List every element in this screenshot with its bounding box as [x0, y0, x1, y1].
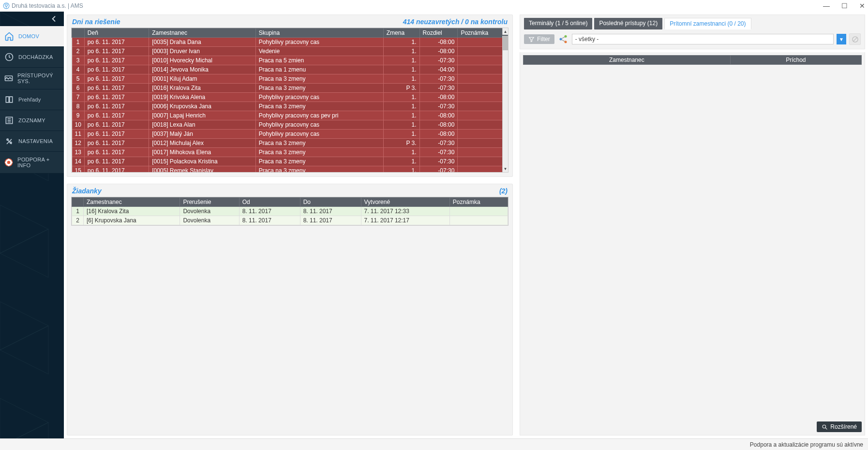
svg-point-11: [559, 38, 562, 41]
svg-point-10: [7, 161, 11, 164]
col-header[interactable]: Do: [300, 198, 361, 207]
table-row[interactable]: 2po 6. 11. 2017[0003] Druver IvanVedenie…: [72, 47, 508, 56]
right-tabs: Terminály (1 / 5 online)Posledné prístup…: [520, 15, 865, 29]
table-row[interactable]: 1[16] Kralova ZitaDovolenka8. 11. 20178.…: [72, 207, 508, 216]
dni-table[interactable]: DeňZamestnanecSkupinaZmenaRozdielPoznámk…: [72, 28, 508, 173]
sidebar-label: PRÍSTUPOVÝ SYS.: [17, 73, 60, 84]
col-header[interactable]: Prerušenie: [180, 198, 239, 207]
svg-line-17: [853, 37, 857, 42]
home-icon: [4, 31, 15, 42]
table-row[interactable]: 1po 6. 11. 2017[0035] Draha DanaPohybliv…: [72, 38, 508, 47]
svg-point-12: [564, 35, 567, 38]
col-header[interactable]: Príchod: [730, 56, 861, 65]
sidebar-item-clock[interactable]: DOCHÁDZKA: [0, 47, 64, 68]
window-maximize[interactable]: ☐: [841, 2, 848, 10]
clear-button[interactable]: [849, 33, 861, 45]
svg-point-18: [823, 425, 826, 428]
table-row[interactable]: 6po 6. 11. 2017[0016] Kralova ZitaPraca …: [72, 84, 508, 93]
app-icon: [3, 2, 10, 9]
magnify-icon: [822, 424, 828, 430]
scrollbar[interactable]: [502, 36, 508, 172]
col-header[interactable]: Poznámka: [449, 198, 508, 207]
expand-button[interactable]: Rozšírené: [817, 421, 862, 432]
sidebar-label: DOCHÁDZKA: [18, 54, 53, 60]
svg-line-19: [825, 428, 827, 429]
access-icon: [4, 73, 14, 84]
table-row[interactable]: 5po 6. 11. 2017[0001] Kiluj AdamPraca na…: [72, 74, 508, 84]
window-close[interactable]: ✕: [859, 2, 865, 10]
tab[interactable]: Posledné prístupy (12): [594, 18, 662, 29]
table-row[interactable]: 9po 6. 11. 2017[0007] Lapaj HenrichPohyb…: [72, 111, 508, 120]
col-header[interactable]: Rozdiel: [419, 29, 458, 38]
reports-icon: [4, 94, 15, 105]
table-row[interactable]: 3po 6. 11. 2017[0010] Hvorecky MichalPra…: [72, 56, 508, 65]
filter-icon: [528, 36, 535, 43]
table-row[interactable]: 10po 6. 11. 2017[0018] Lexa AlanPohybliv…: [72, 120, 508, 130]
ziad-title: Žiadanky: [72, 187, 102, 195]
sidebar-collapse[interactable]: [0, 12, 64, 26]
filter-button[interactable]: Filter: [524, 34, 554, 44]
dni-title: Dni na riešenie: [72, 18, 120, 26]
settings-icon: [4, 136, 15, 146]
sidebar-label: ZOZNAMY: [18, 117, 45, 123]
col-header[interactable]: Zamestnanec: [149, 29, 256, 38]
col-header[interactable]: Vytvorené: [361, 198, 449, 207]
table-row[interactable]: 13po 6. 11. 2017[0017] Mihokova ElenaPra…: [72, 148, 508, 157]
sidebar-item-lists[interactable]: ZOZNAMY: [0, 110, 64, 131]
table-row[interactable]: 4po 6. 11. 2017[0014] Jevova MonikaPraca…: [72, 65, 508, 74]
panel-dni: Dni na riešenie 414 neuzavretých / 0 na …: [67, 15, 513, 177]
sidebar-label: NASTAVENIA: [18, 138, 53, 144]
clock-icon: [4, 52, 15, 62]
statusbar: Podpora a aktualizácie programu sú aktív…: [0, 438, 868, 450]
svg-line-15: [562, 40, 565, 41]
col-header[interactable]: Zamestnanec: [84, 198, 180, 207]
sidebar-item-reports[interactable]: Prehľady: [0, 89, 64, 110]
filter-select[interactable]: - všetky -: [572, 34, 834, 44]
col-header[interactable]: Zmena: [383, 29, 419, 38]
status-text: Podpora a aktualizácie programu sú aktív…: [750, 441, 863, 448]
filter-bar: Filter - všetky - ▼: [520, 29, 865, 49]
window-title: Druhá testovacia a.s. | AMS: [12, 2, 83, 9]
table-row[interactable]: 12po 6. 11. 2017[0012] Michulaj AlexPrac…: [72, 139, 508, 148]
ziad-table[interactable]: ZamestnanecPrerušenieOdDoVytvorenéPoznám…: [72, 197, 508, 225]
window-minimize[interactable]: —: [823, 2, 830, 10]
sidebar-item-support[interactable]: PODPORA + INFO: [0, 152, 64, 174]
col-header[interactable]: Od: [239, 198, 300, 207]
share-icon[interactable]: [557, 33, 569, 45]
titlebar: Druhá testovacia a.s. | AMS — ☐ ✕: [0, 0, 868, 12]
sidebar-label: PODPORA + INFO: [17, 157, 60, 168]
scroll-up[interactable]: ▲: [502, 28, 508, 35]
col-header[interactable]: Poznámka: [458, 29, 508, 38]
table-row[interactable]: 15po 6. 11. 2017[0005] Remek StanislavPr…: [72, 166, 508, 173]
col-header[interactable]: Skupina: [255, 29, 383, 38]
select-dropdown[interactable]: ▼: [837, 34, 846, 44]
table-row[interactable]: 8po 6. 11. 2017[0006] Krupovska JanaPrac…: [72, 102, 508, 111]
lists-icon: [4, 115, 15, 126]
table-row[interactable]: 7po 6. 11. 2017[0019] Krivoka AlenaPohyb…: [72, 93, 508, 102]
scroll-down[interactable]: ▼: [502, 165, 508, 172]
svg-point-13: [564, 41, 567, 43]
table-row[interactable]: 14po 6. 11. 2017[0015] Polackova Kristin…: [72, 157, 508, 166]
svg-line-14: [562, 37, 565, 38]
tab[interactable]: Terminály (1 / 5 online): [524, 18, 592, 29]
table-row[interactable]: 11po 6. 11. 2017[0037] Malý JánPohyblivy…: [72, 130, 508, 139]
sidebar-item-home[interactable]: DOMOV: [0, 26, 64, 47]
svg-point-0: [5, 4, 8, 7]
expand-label: Rozšírené: [830, 423, 857, 430]
no-entry-icon: [852, 36, 859, 43]
support-icon: [4, 157, 14, 168]
dni-summary: 414 neuzavretých / 0 na kontrolu: [403, 18, 508, 26]
sidebar-item-access[interactable]: PRÍSTUPOVÝ SYS.: [0, 68, 64, 89]
sidebar-item-settings[interactable]: NASTAVENIA: [0, 131, 64, 152]
sidebar-label: Prehľady: [18, 97, 41, 102]
col-header[interactable]: Zamestnanec: [524, 56, 731, 65]
table-row[interactable]: 2[6] Krupovska JanaDovolenka8. 11. 20178…: [72, 216, 508, 225]
presence-table[interactable]: ZamestnanecPríchod: [523, 55, 862, 65]
filter-label: Filter: [537, 36, 550, 43]
tab[interactable]: Prítomní zamestnanci (0 / 20): [664, 18, 751, 29]
col-header[interactable]: Deň: [84, 29, 149, 38]
ziad-count: (2): [499, 187, 508, 195]
sidebar-label: DOMOV: [18, 33, 39, 39]
panel-ziadanky: Žiadanky (2) ZamestnanecPrerušenieOdDoVy…: [67, 184, 513, 435]
sidebar: DOMOVDOCHÁDZKAPRÍSTUPOVÝ SYS.PrehľadyZOZ…: [0, 12, 64, 438]
